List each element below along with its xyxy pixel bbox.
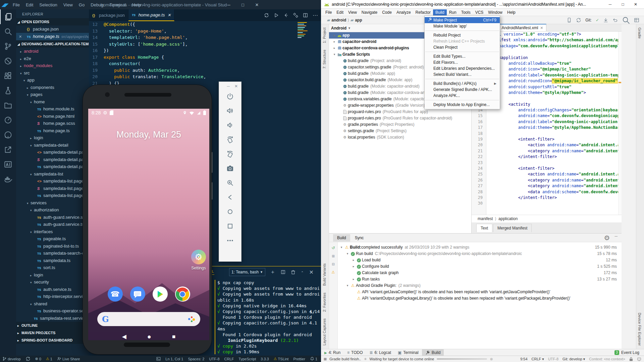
nav-home-button[interactable]: ● — [147, 333, 151, 340]
event-log-button[interactable]: Event Log — [621, 350, 639, 355]
open-editor-home.page.ts[interactable]: ✕TShome.page.tssrc\app\pages\home — [16, 33, 89, 40]
menu-item-edit-build-types-[interactable]: Edit Build Types... — [425, 53, 500, 59]
tree-item-sampledata-list.page.h[interactable]: <>sampledata-list.page.h — [16, 177, 89, 185]
xml-crumb-manifest[interactable]: manifest — [478, 216, 493, 221]
tree-item-home.page.scss[interactable]: Shome.page.scss — [16, 120, 89, 127]
tool-tab-2-favorites[interactable]: 2: Favorites — [321, 289, 328, 315]
tree-item-sampledata-detail.pag[interactable]: TSsampledata-detail.pag — [16, 163, 89, 170]
status-develop[interactable]: develop — [0, 356, 23, 361]
tree-item-auth.service.ts[interactable]: TSauth.service.ts — [16, 286, 89, 293]
editor-scrollbar[interactable] — [618, 32, 622, 215]
terminal-selector[interactable]: 1: Teams, bash▼ — [229, 268, 265, 276]
emulator-close-button[interactable]: ✕ — [234, 84, 238, 89]
menu-item-build-bundle-s-apk-s-[interactable]: Build Bundle(s) / APK(s)▶ — [425, 81, 500, 87]
tree-item-home[interactable]: ▾home — [16, 98, 89, 106]
tree-item-pages[interactable]: ▾pages — [16, 91, 89, 98]
status-Ln 1, Col 1[interactable]: Ln 1, Col 1 — [163, 357, 185, 361]
close-icon[interactable]: ✕ — [540, 26, 543, 30]
studio-menu-tools[interactable]: Tools — [459, 9, 473, 15]
section-maven-projects[interactable]: ▸MAVEN PROJECTS — [16, 329, 89, 337]
build-row[interactable]: ▾⚠Build: completed successfullyat 26/03/… — [338, 244, 622, 251]
breadcrumb-app[interactable]: app — [355, 18, 362, 22]
close-icon[interactable]: ✕ — [19, 33, 22, 40]
play-store-icon[interactable] — [153, 287, 168, 302]
view-tab-merged-manifest[interactable]: Merged Manifest — [493, 224, 532, 232]
chrome-icon[interactable] — [175, 287, 190, 302]
nav-recents-button[interactable]: ■ — [172, 333, 175, 340]
menu-item-rebuild-project[interactable]: Rebuild Project — [425, 32, 500, 38]
tree-item-auth-guard.service.spe[interactable]: TSauth-guard.service.spe — [16, 214, 89, 221]
menu-item-make-project[interactable]: Make ProjectCtrl+F9 — [425, 17, 500, 23]
tab-home.page.ts[interactable]: TShome.page.ts✕ — [128, 9, 175, 21]
debug-disabled-icon[interactable] — [0, 54, 16, 68]
tree-item-security[interactable]: ▾security — [16, 278, 89, 286]
nav-back-icon[interactable] — [283, 13, 288, 18]
build-row[interactable]: ▾⚠Android Gradle Plugin:(2 warnings) — [338, 282, 622, 289]
status-3.3.3[interactable]: 3.3.3 — [258, 357, 271, 361]
status-1[interactable]: ⚠1 — [44, 356, 55, 361]
tree-item-android[interactable]: ▸android — [16, 48, 89, 55]
menu-item-edit-flavors-[interactable]: Edit Flavors... — [425, 59, 500, 65]
tree-item-home.module.ts[interactable]: TShome.module.ts — [16, 105, 89, 113]
tool-button-build[interactable]: Build — [422, 349, 444, 356]
studio-menu-help[interactable]: Help — [505, 9, 518, 15]
build-row[interactable]: ▸✓Run tasks13 s 27 ms — [338, 276, 622, 282]
project-item-gradle.properties[interactable]: ⚙gradle.properties(Project Properties) — [329, 121, 471, 128]
tree-item-sampledata-detail.pag[interactable]: Ssampledata-detail.pag — [16, 156, 89, 163]
tree-item-paginated-list-to.ts[interactable]: TSpaginated-list-to.ts — [16, 243, 89, 250]
search-icon[interactable] — [0, 24, 16, 39]
lock-icon[interactable] — [629, 357, 633, 361]
studio-status-utf-8[interactable]: UTF-8 — [548, 357, 558, 361]
view-tab-text[interactable]: Text — [476, 224, 492, 232]
tool-button-terminal[interactable]: ▣Terminal — [394, 349, 422, 356]
translate-icon[interactable] — [0, 157, 16, 172]
power-icon[interactable] — [224, 91, 236, 102]
build-row[interactable]: ▸✓Load build12 ms — [338, 257, 622, 263]
tool-tab-layout-captures[interactable]: Layout Captures — [321, 315, 328, 349]
tree-item-sort.ts[interactable]: TSsort.ts — [16, 264, 89, 271]
close-icon[interactable]: ✕ — [167, 13, 171, 17]
github-icon[interactable] — [0, 127, 16, 142]
overview-icon[interactable] — [224, 220, 236, 232]
google-search-bar[interactable]: G — [97, 312, 200, 326]
studio-status-9[interactable]: 9:54 — [520, 357, 527, 361]
tool-button-6-logcat[interactable]: ≣6: Logcat — [366, 349, 394, 356]
project-item-proguard-rules.pro[interactable]: proguard-rules.pro(ProGuard Rules for ap… — [329, 109, 471, 115]
build-row[interactable]: ▾✓Run buildC:\Proyectos\devon4ng-ionic-p… — [338, 251, 622, 257]
hide-panel-icon[interactable]: ─ — [614, 234, 618, 242]
search-icon[interactable] — [622, 16, 630, 24]
maximize-panel-icon[interactable]: ⌃ — [301, 269, 304, 275]
studio-tab-AndroidManifest.xml[interactable]: AndroidManifest.xml✕ — [499, 24, 546, 31]
studio-window-minimize-button[interactable]: ─ — [604, 0, 616, 9]
studio-menu-navigate[interactable]: Navigate — [359, 9, 380, 15]
tree-item-sampledata-detail[interactable]: ▾sampledata-detail — [16, 142, 89, 149]
breadcrumb-android[interactable]: android — [331, 18, 346, 22]
tool-window-switcher-icon[interactable]: ⊞ — [324, 357, 327, 361]
phone-screen[interactable]: 8:28 ⚙ Monday, Mar 25 ⚙ Settings ☎ — [88, 109, 209, 340]
messages-app-icon[interactable] — [130, 287, 145, 302]
rotate-right-icon[interactable] — [224, 148, 236, 160]
volume-down-icon[interactable] — [224, 119, 236, 131]
tool-tab-device-file-explorer[interactable]: Device File Explorer — [636, 309, 643, 349]
menu-view[interactable]: View — [61, 2, 75, 8]
kill-terminal-icon[interactable] — [291, 270, 296, 274]
menu-go[interactable]: Go — [76, 2, 87, 8]
xml-crumb-application[interactable]: application — [498, 216, 518, 221]
close-panel-icon[interactable]: ✕ — [309, 269, 313, 275]
section-outline[interactable]: ▸OUTLINE — [16, 322, 89, 329]
home-icon[interactable] — [224, 206, 236, 217]
tool-tab-build-variants[interactable]: Build Variants — [321, 260, 328, 289]
build-tab-sync[interactable]: Sync — [351, 234, 368, 242]
menu-item-edit-libraries-and-dependencies-[interactable]: Edit Libraries and Dependencies... — [425, 65, 500, 71]
tree-item-http-interceptor.servic[interactable]: TShttp-interceptor.servic — [16, 293, 89, 300]
tool-button-4-run[interactable]: ▶4: Run — [321, 349, 344, 356]
emulator-minimize-button[interactable]: ─ — [227, 84, 230, 89]
tool-tab-gradle[interactable]: Gradle — [636, 24, 643, 42]
tree-item-e2e[interactable]: ▸e2e — [16, 55, 89, 62]
extensions-icon[interactable] — [0, 68, 16, 83]
section-spring-boot-dashboard[interactable]: ▸SPRING-BOOT DASHBOARD — [16, 337, 89, 344]
power-button[interactable] — [212, 182, 213, 200]
build-row[interactable]: ⚠API 'variant.getJavaCompiler()' is obso… — [338, 289, 622, 295]
explorer-icon[interactable] — [0, 9, 16, 24]
status-UTF-8[interactable]: UTF-8 — [207, 357, 222, 361]
